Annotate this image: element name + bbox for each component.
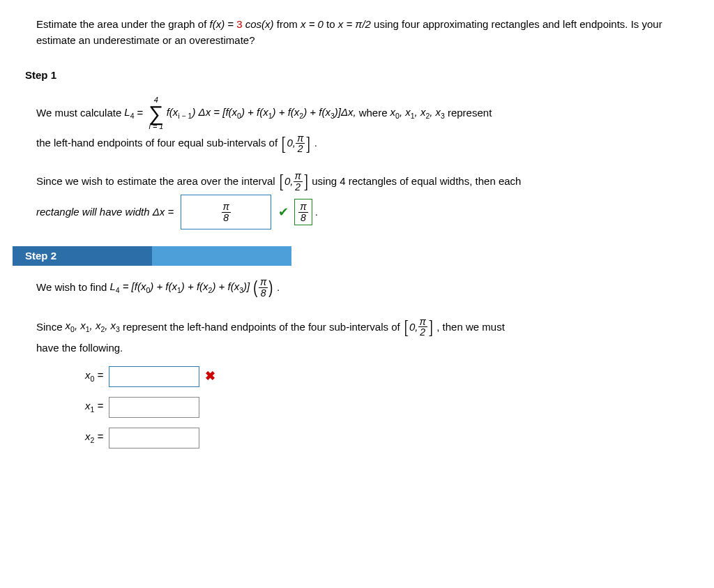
- step2-body: We wish to find L4 = [f(x0) + f(x1) + f(…: [36, 277, 699, 448]
- step1-body: We must calculate L4 = 4 ∑ i = 1 f(xi − …: [36, 96, 699, 230]
- interval-0-pi2-c: [ 0, π2 ]: [403, 317, 434, 338]
- s1-rectline: rectangle will have width Δx =: [36, 204, 174, 220]
- interval-0-pi2: [ 0, π2 ]: [280, 133, 312, 154]
- s1-period1: .: [314, 135, 317, 151]
- x2-row: x2 =: [85, 428, 699, 448]
- s1-sumexpr: f(xi − 1) Δx = [f(x0) + f(x1) + f(x2) + …: [167, 105, 356, 122]
- s1-L4: L4: [124, 105, 134, 122]
- s2-period1: .: [277, 280, 280, 296]
- step2-header-bar: Step 2: [13, 246, 701, 266]
- x0-label: x0 =: [85, 368, 103, 385]
- s2-L4: L4: [109, 279, 119, 296]
- x2-input[interactable]: [109, 428, 199, 448]
- x2-label: x2 =: [85, 429, 103, 446]
- x1-row: x1 =: [85, 397, 699, 418]
- s2-xlist: x0, x1, x2, x3: [66, 318, 120, 336]
- s2-t1: We wish to find: [36, 280, 107, 296]
- s2-have: have the following.: [36, 340, 123, 356]
- interval-0-pi2-b: [ 0, π2 ]: [278, 171, 310, 192]
- q-cos: cos(x): [245, 18, 274, 30]
- s1-xlist: x0, x1, x2, x3: [390, 105, 445, 122]
- x0-input[interactable]: [109, 366, 199, 387]
- s2-then: , then we must: [436, 319, 505, 336]
- confirmed-answer: π8: [294, 199, 312, 225]
- sigma-icon: 4 ∑ i = 1: [149, 96, 163, 130]
- s1-where: where: [359, 105, 388, 121]
- s2-rep: represent the left-hand endpoints of the…: [123, 319, 400, 336]
- x0-row: x0 = ✖: [85, 366, 699, 387]
- s2-expr: = [f(x0) + f(x1) + f(x2) + f(x3)]: [123, 279, 250, 296]
- q-coef: 3: [236, 18, 242, 30]
- delta-x-answer-box[interactable]: π8: [181, 195, 271, 229]
- question-text: Estimate the area under the graph of f(x…: [36, 17, 664, 48]
- x1-input[interactable]: [109, 397, 199, 418]
- q-x1: x = π/2: [338, 18, 371, 30]
- s1-sincea: Since we wish to estimate the area over …: [36, 174, 275, 190]
- s1-t1: We must calculate: [36, 105, 121, 121]
- step2-label: Step 2: [13, 246, 152, 266]
- s1-sinceb: using 4 rectangles of equal widths, then…: [312, 174, 521, 190]
- x1-label: x1 =: [85, 398, 103, 416]
- q-x0: x = 0: [301, 18, 324, 30]
- s1-rep: represent: [448, 105, 492, 121]
- q-from: from: [277, 18, 301, 30]
- step1-label: Step 1: [25, 68, 701, 84]
- q-to: to: [326, 18, 338, 30]
- q-fx: f(x) =: [210, 18, 237, 30]
- cross-icon: ✖: [205, 367, 215, 386]
- s2-sincea: Since: [36, 319, 63, 336]
- s1-eq: =: [137, 105, 143, 121]
- q-pre: Estimate the area under the graph of: [36, 18, 210, 30]
- s1-period2: .: [315, 204, 318, 220]
- s1-line2: the left-hand endpoints of four equal su…: [36, 135, 278, 151]
- pi-over-8-paren: ( π8 ): [252, 277, 274, 298]
- check-icon: ✔: [278, 203, 289, 222]
